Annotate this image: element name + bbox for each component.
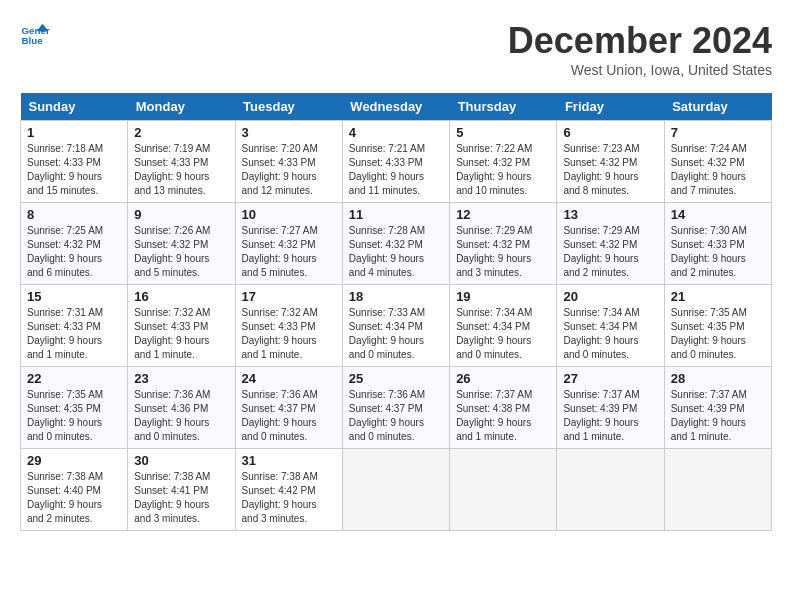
day-number: 23: [134, 371, 228, 386]
logo: General Blue: [20, 20, 55, 50]
day-number: 10: [242, 207, 336, 222]
day-number: 14: [671, 207, 765, 222]
day-cell-28: 28Sunrise: 7:37 AM Sunset: 4:39 PM Dayli…: [664, 367, 771, 449]
day-number: 21: [671, 289, 765, 304]
day-info: Sunrise: 7:35 AM Sunset: 4:35 PM Dayligh…: [27, 388, 121, 444]
day-number: 27: [563, 371, 657, 386]
day-info: Sunrise: 7:36 AM Sunset: 4:36 PM Dayligh…: [134, 388, 228, 444]
empty-cell: [557, 449, 664, 531]
day-cell-7: 7Sunrise: 7:24 AM Sunset: 4:32 PM Daylig…: [664, 121, 771, 203]
day-number: 16: [134, 289, 228, 304]
day-cell-1: 1Sunrise: 7:18 AM Sunset: 4:33 PM Daylig…: [21, 121, 128, 203]
day-cell-3: 3Sunrise: 7:20 AM Sunset: 4:33 PM Daylig…: [235, 121, 342, 203]
day-number: 19: [456, 289, 550, 304]
header-friday: Friday: [557, 93, 664, 121]
day-cell-10: 10Sunrise: 7:27 AM Sunset: 4:32 PM Dayli…: [235, 203, 342, 285]
day-info: Sunrise: 7:26 AM Sunset: 4:32 PM Dayligh…: [134, 224, 228, 280]
day-info: Sunrise: 7:19 AM Sunset: 4:33 PM Dayligh…: [134, 142, 228, 198]
calendar-week-row-2: 8Sunrise: 7:25 AM Sunset: 4:32 PM Daylig…: [21, 203, 772, 285]
page-header: General Blue December 2024 West Union, I…: [20, 20, 772, 78]
day-cell-23: 23Sunrise: 7:36 AM Sunset: 4:36 PM Dayli…: [128, 367, 235, 449]
day-cell-27: 27Sunrise: 7:37 AM Sunset: 4:39 PM Dayli…: [557, 367, 664, 449]
day-cell-15: 15Sunrise: 7:31 AM Sunset: 4:33 PM Dayli…: [21, 285, 128, 367]
day-number: 7: [671, 125, 765, 140]
day-number: 18: [349, 289, 443, 304]
calendar-week-row-4: 22Sunrise: 7:35 AM Sunset: 4:35 PM Dayli…: [21, 367, 772, 449]
day-info: Sunrise: 7:22 AM Sunset: 4:32 PM Dayligh…: [456, 142, 550, 198]
header-wednesday: Wednesday: [342, 93, 449, 121]
calendar-week-row-5: 29Sunrise: 7:38 AM Sunset: 4:40 PM Dayli…: [21, 449, 772, 531]
day-number: 24: [242, 371, 336, 386]
day-info: Sunrise: 7:33 AM Sunset: 4:34 PM Dayligh…: [349, 306, 443, 362]
calendar-table: SundayMondayTuesdayWednesdayThursdayFrid…: [20, 93, 772, 531]
day-cell-14: 14Sunrise: 7:30 AM Sunset: 4:33 PM Dayli…: [664, 203, 771, 285]
day-number: 28: [671, 371, 765, 386]
day-info: Sunrise: 7:24 AM Sunset: 4:32 PM Dayligh…: [671, 142, 765, 198]
day-cell-16: 16Sunrise: 7:32 AM Sunset: 4:33 PM Dayli…: [128, 285, 235, 367]
day-number: 12: [456, 207, 550, 222]
empty-cell: [342, 449, 449, 531]
calendar-week-row-1: 1Sunrise: 7:18 AM Sunset: 4:33 PM Daylig…: [21, 121, 772, 203]
day-cell-5: 5Sunrise: 7:22 AM Sunset: 4:32 PM Daylig…: [450, 121, 557, 203]
day-number: 31: [242, 453, 336, 468]
day-cell-21: 21Sunrise: 7:35 AM Sunset: 4:35 PM Dayli…: [664, 285, 771, 367]
day-number: 13: [563, 207, 657, 222]
day-info: Sunrise: 7:29 AM Sunset: 4:32 PM Dayligh…: [456, 224, 550, 280]
day-number: 17: [242, 289, 336, 304]
day-cell-24: 24Sunrise: 7:36 AM Sunset: 4:37 PM Dayli…: [235, 367, 342, 449]
day-info: Sunrise: 7:37 AM Sunset: 4:38 PM Dayligh…: [456, 388, 550, 444]
empty-cell: [450, 449, 557, 531]
day-number: 25: [349, 371, 443, 386]
day-number: 11: [349, 207, 443, 222]
day-cell-11: 11Sunrise: 7:28 AM Sunset: 4:32 PM Dayli…: [342, 203, 449, 285]
day-info: Sunrise: 7:37 AM Sunset: 4:39 PM Dayligh…: [563, 388, 657, 444]
day-info: Sunrise: 7:36 AM Sunset: 4:37 PM Dayligh…: [242, 388, 336, 444]
day-number: 4: [349, 125, 443, 140]
day-info: Sunrise: 7:38 AM Sunset: 4:40 PM Dayligh…: [27, 470, 121, 526]
day-info: Sunrise: 7:29 AM Sunset: 4:32 PM Dayligh…: [563, 224, 657, 280]
day-info: Sunrise: 7:28 AM Sunset: 4:32 PM Dayligh…: [349, 224, 443, 280]
day-info: Sunrise: 7:34 AM Sunset: 4:34 PM Dayligh…: [456, 306, 550, 362]
day-number: 2: [134, 125, 228, 140]
calendar-subtitle: West Union, Iowa, United States: [508, 62, 772, 78]
empty-cell: [664, 449, 771, 531]
day-number: 6: [563, 125, 657, 140]
day-number: 9: [134, 207, 228, 222]
day-cell-25: 25Sunrise: 7:36 AM Sunset: 4:37 PM Dayli…: [342, 367, 449, 449]
day-cell-20: 20Sunrise: 7:34 AM Sunset: 4:34 PM Dayli…: [557, 285, 664, 367]
day-number: 29: [27, 453, 121, 468]
day-cell-2: 2Sunrise: 7:19 AM Sunset: 4:33 PM Daylig…: [128, 121, 235, 203]
day-info: Sunrise: 7:30 AM Sunset: 4:33 PM Dayligh…: [671, 224, 765, 280]
calendar-body: 1Sunrise: 7:18 AM Sunset: 4:33 PM Daylig…: [21, 121, 772, 531]
day-cell-6: 6Sunrise: 7:23 AM Sunset: 4:32 PM Daylig…: [557, 121, 664, 203]
svg-text:Blue: Blue: [22, 35, 44, 46]
day-info: Sunrise: 7:23 AM Sunset: 4:32 PM Dayligh…: [563, 142, 657, 198]
day-info: Sunrise: 7:21 AM Sunset: 4:33 PM Dayligh…: [349, 142, 443, 198]
day-cell-31: 31Sunrise: 7:38 AM Sunset: 4:42 PM Dayli…: [235, 449, 342, 531]
day-info: Sunrise: 7:34 AM Sunset: 4:34 PM Dayligh…: [563, 306, 657, 362]
day-cell-8: 8Sunrise: 7:25 AM Sunset: 4:32 PM Daylig…: [21, 203, 128, 285]
day-cell-9: 9Sunrise: 7:26 AM Sunset: 4:32 PM Daylig…: [128, 203, 235, 285]
day-cell-12: 12Sunrise: 7:29 AM Sunset: 4:32 PM Dayli…: [450, 203, 557, 285]
day-cell-30: 30Sunrise: 7:38 AM Sunset: 4:41 PM Dayli…: [128, 449, 235, 531]
day-info: Sunrise: 7:38 AM Sunset: 4:41 PM Dayligh…: [134, 470, 228, 526]
day-cell-4: 4Sunrise: 7:21 AM Sunset: 4:33 PM Daylig…: [342, 121, 449, 203]
day-cell-19: 19Sunrise: 7:34 AM Sunset: 4:34 PM Dayli…: [450, 285, 557, 367]
day-info: Sunrise: 7:18 AM Sunset: 4:33 PM Dayligh…: [27, 142, 121, 198]
day-info: Sunrise: 7:25 AM Sunset: 4:32 PM Dayligh…: [27, 224, 121, 280]
header-monday: Monday: [128, 93, 235, 121]
day-cell-22: 22Sunrise: 7:35 AM Sunset: 4:35 PM Dayli…: [21, 367, 128, 449]
day-info: Sunrise: 7:27 AM Sunset: 4:32 PM Dayligh…: [242, 224, 336, 280]
day-number: 3: [242, 125, 336, 140]
day-number: 15: [27, 289, 121, 304]
title-section: December 2024 West Union, Iowa, United S…: [508, 20, 772, 78]
header-thursday: Thursday: [450, 93, 557, 121]
header-tuesday: Tuesday: [235, 93, 342, 121]
logo-icon: General Blue: [20, 20, 50, 50]
day-cell-26: 26Sunrise: 7:37 AM Sunset: 4:38 PM Dayli…: [450, 367, 557, 449]
day-cell-13: 13Sunrise: 7:29 AM Sunset: 4:32 PM Dayli…: [557, 203, 664, 285]
day-info: Sunrise: 7:31 AM Sunset: 4:33 PM Dayligh…: [27, 306, 121, 362]
day-number: 8: [27, 207, 121, 222]
day-number: 26: [456, 371, 550, 386]
calendar-header-row: SundayMondayTuesdayWednesdayThursdayFrid…: [21, 93, 772, 121]
